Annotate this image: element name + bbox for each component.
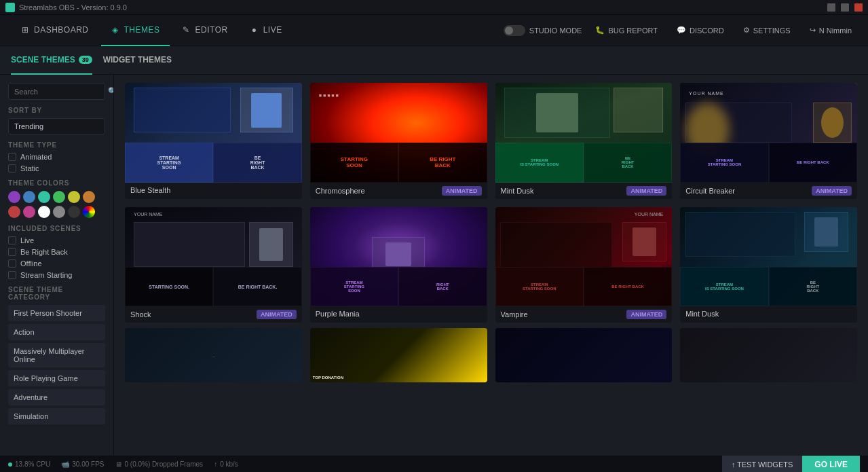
- category-adventure[interactable]: Adventure: [8, 389, 105, 405]
- category-label: SCENE THEME CATEGORY: [8, 286, 105, 301]
- theme-info: Mint Dusk: [680, 306, 857, 321]
- animated-badge: ANIMATED: [626, 310, 666, 319]
- theme-preview: YOUR NAME STARTING SOON. BE RIGHT BACK.: [125, 207, 302, 307]
- theme-name: Mint Dusk: [685, 310, 719, 318]
- go-live-button[interactable]: GO LIVE: [802, 456, 860, 473]
- studio-mode-switch[interactable]: [504, 25, 525, 36]
- color-green[interactable]: [53, 191, 65, 203]
- category-rpg[interactable]: Role Playing Game: [8, 370, 105, 386]
- themes-grid: STREAMSTARTINGSOON BERIGHTBACK Blue Stea…: [125, 83, 857, 323]
- color-blue[interactable]: [23, 191, 35, 203]
- user-menu[interactable]: ↪ N Nimmin: [804, 26, 857, 35]
- theme-preview: STREAMIS STARTING SOON BERIGHTBACK: [680, 207, 857, 307]
- tab-widget-themes[interactable]: WIDGET THEMES: [103, 46, 172, 75]
- theme-card-shock[interactable]: YOUR NAME STARTING SOON. BE RIGHT BACK. …: [125, 207, 302, 323]
- theme-preview: STREAMSTARTINGSOON BERIGHTBACK: [125, 83, 302, 183]
- topnav-right: STUDIO MODE 🐛 BUG REPORT 💬 DISCORD ⚙ SET…: [504, 25, 857, 36]
- color-multi[interactable]: [83, 206, 95, 218]
- tab-scene-themes[interactable]: SCENE THEMES 39: [11, 46, 92, 75]
- color-dark[interactable]: [68, 206, 80, 218]
- theme-type-label: THEME TYPE: [8, 141, 105, 149]
- color-purple[interactable]: [8, 191, 20, 203]
- animated-checkbox-box[interactable]: [8, 153, 16, 161]
- color-orange[interactable]: [83, 191, 95, 203]
- nav-dashboard[interactable]: ⊞ DASHBOARD: [11, 15, 98, 46]
- theme-card-extra-2[interactable]: TOP DONATION: [310, 328, 487, 382]
- theme-card-purple-mania[interactable]: STREAMSTARTINGSOON RIGHTBACK Purple Mani…: [310, 207, 487, 323]
- scene-offline-checkbox[interactable]: Offline: [8, 259, 105, 268]
- user-icon: ↪: [810, 26, 816, 35]
- included-scenes-label: INCLUDED SCENES: [8, 225, 105, 232]
- color-filter-grid: [8, 191, 105, 218]
- sort-select[interactable]: Trending Newest Oldest A-Z: [8, 118, 105, 134]
- nav-editor[interactable]: ✎ EDITOR: [172, 15, 238, 46]
- theme-info: Shock ANIMATED: [125, 306, 302, 323]
- fps-status: 📹 30.00 FPS: [61, 460, 104, 468]
- close-button[interactable]: [854, 3, 863, 12]
- nav-themes[interactable]: ◈ THEMES: [101, 15, 170, 46]
- animated-checkbox[interactable]: Animated: [8, 153, 105, 161]
- category-fps[interactable]: First Person Shooter: [8, 305, 105, 321]
- discord-button[interactable]: 💬 DISCORD: [671, 26, 730, 35]
- static-checkbox[interactable]: Static: [8, 164, 105, 173]
- themes-content: STREAMSTARTINGSOON BERIGHTBACK Blue Stea…: [114, 75, 868, 456]
- scene-stream-starting-checkbox[interactable]: Stream Starting: [8, 271, 105, 279]
- test-widgets-button[interactable]: ↑ TEST WIDGETS: [722, 456, 803, 473]
- search-box[interactable]: 🔍: [8, 83, 105, 100]
- theme-name: Mint Dusk: [501, 187, 534, 195]
- bug-report-button[interactable]: 🐛 BUG REPORT: [590, 26, 663, 35]
- animated-badge: ANIMATED: [442, 186, 482, 196]
- sort-label: SORT BY: [8, 107, 105, 114]
- color-yellow[interactable]: [68, 191, 80, 203]
- theme-card-vampire[interactable]: YOUR NAME STREAMSTARTING SOON BE RIGHT B…: [495, 207, 673, 323]
- search-input[interactable]: [14, 88, 108, 96]
- color-pink[interactable]: [23, 206, 35, 218]
- animated-badge: ANIMATED: [626, 186, 666, 196]
- sort-section: SORT BY Trending Newest Oldest A-Z: [8, 107, 105, 134]
- theme-card-extra-3[interactable]: [495, 328, 673, 382]
- category-simulation[interactable]: Simulation: [8, 408, 105, 424]
- theme-preview: ...: [125, 328, 302, 382]
- nav-live[interactable]: ● LIVE: [240, 15, 292, 46]
- themes-grid-row3: ... TOP DONATION: [125, 328, 857, 382]
- cpu-status: 13.8% CPU: [8, 460, 50, 468]
- theme-preview: ■ ■ ■ ■ ■ STARTINGSOON BE RIGHTBACK: [310, 83, 487, 183]
- theme-preview: STREAMSTARTINGSOON RIGHTBACK: [310, 207, 487, 307]
- color-red[interactable]: [8, 206, 20, 218]
- category-action[interactable]: Action: [8, 324, 105, 340]
- category-mmo[interactable]: Massively Multiplayer Online: [8, 343, 105, 367]
- color-teal[interactable]: [38, 191, 50, 203]
- studio-mode-toggle[interactable]: STUDIO MODE: [504, 25, 582, 36]
- theme-card-blue-stealth[interactable]: STREAMSTARTINGSOON BERIGHTBACK Blue Stea…: [125, 83, 302, 199]
- theme-name: Circuit Breaker: [685, 187, 735, 195]
- static-checkbox-box[interactable]: [8, 164, 16, 173]
- scene-live-checkbox[interactable]: Live: [8, 236, 105, 244]
- scene-be-right-back-checkbox[interactable]: Be Right Back: [8, 248, 105, 256]
- minimize-button[interactable]: [827, 3, 835, 12]
- fps-label: 30.00 FPS: [72, 460, 104, 468]
- cpu-label: 13.8% CPU: [15, 460, 50, 468]
- fps-icon: 📹: [61, 460, 69, 468]
- theme-card-mint-dusk[interactable]: STREAMIS STARTING SOON BERIGHTBACK Mint …: [495, 83, 673, 199]
- dropped-frames-status: 🖥 0 (0.0%) Dropped Frames: [115, 460, 204, 468]
- top-navigation: ⊞ DASHBOARD ◈ THEMES ✎ EDITOR ● LIVE STU…: [0, 15, 868, 46]
- theme-preview: [680, 328, 857, 382]
- theme-card-chromosphere[interactable]: ■ ■ ■ ■ ■ STARTINGSOON BE RIGHTBACK Chro…: [310, 83, 487, 199]
- theme-card-extra-1[interactable]: ...: [125, 328, 302, 382]
- maximize-button[interactable]: [841, 3, 849, 12]
- window-controls[interactable]: [827, 3, 863, 12]
- theme-preview: [495, 328, 673, 382]
- statusbar: 13.8% CPU 📹 30.00 FPS 🖥 0 (0.0%) Dropped…: [0, 456, 868, 472]
- status-indicator: [8, 462, 12, 467]
- color-white[interactable]: [38, 206, 50, 218]
- settings-button[interactable]: ⚙ SETTINGS: [738, 26, 796, 35]
- theme-card-circuit-breaker[interactable]: YOUR NAME STREAMSTARTING SOON BE RIGHT B…: [680, 83, 857, 199]
- theme-preview: TOP DONATION: [310, 328, 487, 382]
- color-gray[interactable]: [53, 206, 65, 218]
- palette-icon: ◈: [111, 25, 120, 35]
- theme-name: Purple Mania: [316, 310, 360, 318]
- bandwidth-icon: ↑: [214, 460, 217, 468]
- theme-card-extra-4[interactable]: [680, 328, 857, 382]
- bandwidth-label: 0 kb/s: [220, 460, 238, 468]
- theme-card-mint-dusk-2[interactable]: STREAMIS STARTING SOON BERIGHTBACK Mint …: [680, 207, 857, 323]
